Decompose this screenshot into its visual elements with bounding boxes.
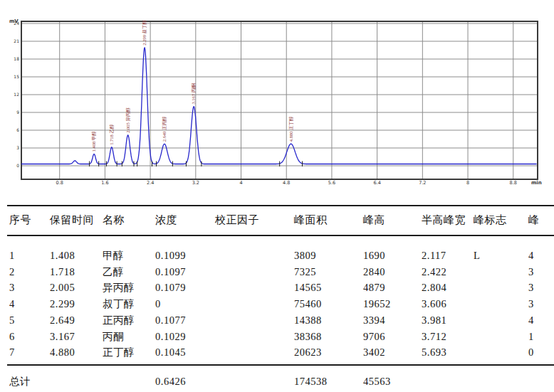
table-cell: 20623 xyxy=(294,345,322,359)
column-header: 序号 xyxy=(9,213,31,227)
table-cell: 2.299 xyxy=(50,297,75,311)
table-cell: 0 xyxy=(528,345,534,359)
table-cell: 2.005 xyxy=(50,280,75,295)
table-cell: 3 xyxy=(528,280,534,295)
column-header: 浓度 xyxy=(155,213,177,227)
table-cell: 7 xyxy=(9,345,15,359)
table-cell: 7325 xyxy=(294,265,316,279)
table-cell: 甲醇 xyxy=(103,248,124,263)
table-row: 42.299叔丁醇075460196523.6063 xyxy=(0,297,541,312)
table-cell: 3.167 xyxy=(50,329,75,344)
table-cell: 5 xyxy=(9,313,15,327)
table-total-row: 总计0.642617453845563 xyxy=(0,374,541,390)
table-cell: 3 xyxy=(528,297,534,311)
table-cell: 2 xyxy=(9,265,15,279)
table-row: 11.408甲醇0.1099380916902.117L4 xyxy=(0,248,541,264)
column-header: 峰面积 xyxy=(294,213,328,227)
table-cell: 6 xyxy=(9,329,15,344)
column-header: 校正因子 xyxy=(215,213,259,227)
table-row: 21.718乙醇0.1097732528402.4223 xyxy=(0,265,541,280)
table-cell: 0.1077 xyxy=(155,313,186,327)
table-cell: 正丁醇 xyxy=(103,345,135,359)
table-cell: 2.804 xyxy=(422,280,446,295)
table-header-row: 序号保留时间名称浓度校正因子峰面积峰高半高峰宽峰标志峰 xyxy=(0,213,541,228)
table-cell: 3394 xyxy=(363,313,385,327)
table-cell: 3 xyxy=(9,280,15,295)
table-cell: 38368 xyxy=(294,329,322,344)
table-cell: 14388 xyxy=(294,313,322,327)
table-cell: 3.606 xyxy=(422,297,446,311)
table-cell: 1 xyxy=(528,329,534,344)
table-cell: 3.712 xyxy=(422,329,446,344)
table-cell: 19652 xyxy=(363,297,391,311)
table-cell: 丙酮 xyxy=(103,329,124,344)
table-cell: 4879 xyxy=(363,280,385,295)
table-row: 63.167丙酮0.10293836897063.7121 xyxy=(0,329,541,345)
column-header: 峰标志 xyxy=(474,213,507,227)
table-cell: 4 xyxy=(9,297,15,311)
table-cell: 75460 xyxy=(294,297,322,311)
table-cell: 0.1029 xyxy=(155,329,186,344)
table-cell: 1.408 xyxy=(50,248,75,263)
table-cell: 2.422 xyxy=(422,265,446,279)
table-cell: 0.1079 xyxy=(155,280,186,295)
table-cell: 异丙醇 xyxy=(103,280,135,295)
column-header: 半高峰宽 xyxy=(422,213,466,227)
table-rule-header xyxy=(7,235,554,236)
table-cell: 1 xyxy=(9,248,15,263)
table-row: 52.649正丙醇0.10771438833943.9814 xyxy=(0,313,541,329)
table-cell: 3809 xyxy=(294,248,316,263)
table-cell: 正丙醇 xyxy=(103,313,135,327)
table-cell: 9706 xyxy=(363,329,385,344)
column-header: 保留时间 xyxy=(50,213,94,227)
total-cell: 0.6426 xyxy=(155,374,186,388)
table-cell: 3402 xyxy=(363,345,385,359)
total-cell: 总计 xyxy=(9,374,31,388)
table-cell: 4 xyxy=(528,313,534,327)
table-cell: 2.117 xyxy=(422,248,446,263)
table-row: 74.880正丁醇0.10452062334025.6930 xyxy=(0,345,541,361)
table-rule-total xyxy=(7,364,554,366)
table-row: 32.005异丙醇0.10791456548792.8043 xyxy=(0,280,541,296)
table-cell: 乙醇 xyxy=(103,265,124,279)
column-header: 峰高 xyxy=(363,213,385,227)
column-header: 峰 xyxy=(528,213,540,227)
table-cell: 4 xyxy=(528,248,534,263)
table-cell: 叔丁醇 xyxy=(103,297,135,311)
table-cell: L xyxy=(474,248,480,263)
table-cell: 14565 xyxy=(294,280,322,295)
table-cell: 3 xyxy=(528,265,534,279)
table-cell: 3.981 xyxy=(422,313,446,327)
table-cell: 0.1045 xyxy=(155,345,186,359)
table-cell: 4.880 xyxy=(50,345,75,359)
total-cell: 45563 xyxy=(363,374,391,388)
table-cell: 1.718 xyxy=(50,265,75,279)
table-cell: 0 xyxy=(155,297,161,311)
table-cell: 1690 xyxy=(363,248,385,263)
table-cell: 0.1097 xyxy=(155,265,186,279)
table-rule-top xyxy=(7,205,554,206)
column-header: 名称 xyxy=(103,213,125,227)
table-cell: 2840 xyxy=(363,265,385,279)
peak-results-table: 序号保留时间名称浓度校正因子峰面积峰高半高峰宽峰标志峰 11.408甲醇0.10… xyxy=(0,0,554,392)
total-cell: 174538 xyxy=(294,374,328,388)
table-cell: 5.693 xyxy=(422,345,446,359)
table-cell: 2.649 xyxy=(50,313,75,327)
table-cell: 0.1099 xyxy=(155,248,186,263)
